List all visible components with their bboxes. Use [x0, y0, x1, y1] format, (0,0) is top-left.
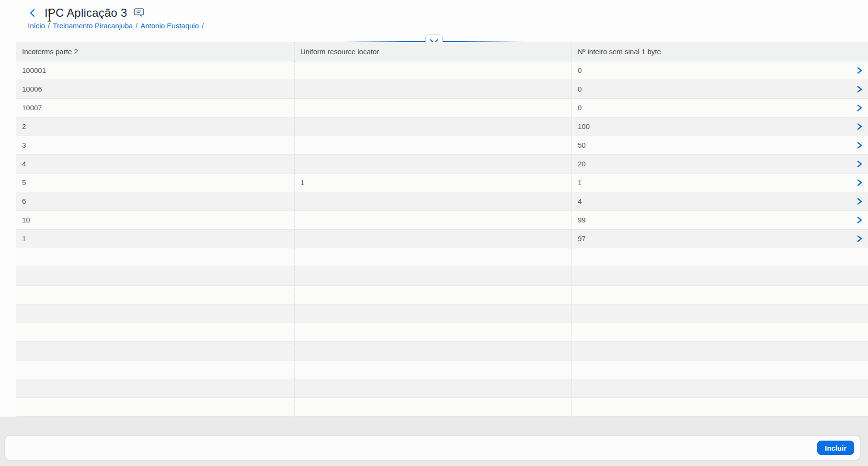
cell-url — [294, 117, 571, 136]
cell-url — [294, 61, 571, 80]
chevron-right-icon — [856, 123, 863, 130]
cell-url — [294, 211, 571, 229]
empty-table-row — [16, 248, 868, 267]
table-row[interactable]: 6 4 — [16, 192, 868, 211]
cell-url — [294, 155, 571, 173]
row-navigate-button[interactable] — [850, 230, 868, 248]
row-navigate-button[interactable] — [850, 155, 868, 173]
text-cursor-icon — [46, 9, 52, 23]
row-navigate-button[interactable] — [850, 136, 868, 154]
column-header-incoterms[interactable]: Incoterms parte 2 — [16, 42, 294, 61]
cell-uint8: 0 — [571, 80, 850, 98]
cell-incoterms: 100001 — [16, 61, 294, 80]
cell-url: 1 — [294, 174, 571, 192]
empty-table-row — [16, 379, 868, 398]
chevron-right-icon — [856, 235, 863, 243]
chevron-right-icon — [856, 141, 863, 149]
table-row[interactable]: 5 1 1 — [16, 174, 868, 192]
table-row[interactable]: 10 99 — [16, 211, 868, 230]
empty-table-row — [16, 361, 868, 379]
cell-url — [294, 136, 571, 154]
cell-incoterms: 2 — [16, 117, 294, 136]
footer-bar: Incluir — [5, 435, 860, 460]
page-title: IPC Aplicação 3 — [45, 6, 127, 20]
cell-incoterms: 10 — [16, 211, 294, 229]
cell-url — [294, 99, 571, 117]
chevron-right-icon — [856, 67, 863, 74]
cell-uint8: 0 — [571, 61, 850, 80]
cell-uint8: 4 — [571, 192, 850, 210]
chevron-right-icon — [856, 104, 863, 112]
cell-url — [294, 80, 571, 98]
column-header-uint8[interactable]: Nº inteiro sem sinal 1 byte — [571, 42, 850, 61]
title-line: IPC Aplicação 3 — [27, 6, 145, 20]
chevron-right-icon — [856, 179, 863, 186]
row-navigate-button[interactable] — [850, 99, 868, 117]
cell-uint8: 100 — [571, 117, 850, 136]
table-row[interactable]: 1 97 — [16, 230, 868, 248]
row-navigate-button[interactable] — [850, 174, 868, 192]
table-row[interactable]: 100001 0 — [16, 61, 868, 80]
cell-incoterms: 10006 — [16, 80, 294, 98]
back-chevron-icon — [28, 8, 37, 18]
row-navigate-button[interactable] — [850, 117, 868, 136]
empty-table-row — [16, 398, 868, 417]
row-navigate-button[interactable] — [850, 192, 868, 210]
row-navigate-button[interactable] — [850, 211, 868, 229]
cell-url — [294, 192, 571, 210]
chevron-right-icon — [856, 198, 863, 205]
breadcrumb-link-antonio[interactable]: Antonio Eustaquio — [140, 22, 199, 30]
empty-table-row — [16, 342, 868, 361]
cell-uint8: 97 — [571, 230, 850, 248]
table-row[interactable]: 10007 0 — [16, 99, 868, 117]
table-row[interactable]: 4 20 — [16, 155, 868, 174]
chevron-right-icon — [856, 160, 863, 168]
table-row[interactable]: 2 100 — [16, 117, 868, 136]
chevron-right-icon — [856, 85, 863, 93]
column-header-url[interactable]: Uniform resource locator — [294, 42, 571, 61]
incluir-button[interactable]: Incluir — [817, 441, 854, 455]
comment-button[interactable] — [133, 8, 145, 18]
cell-incoterms: 5 — [16, 174, 294, 192]
column-header-nav — [850, 42, 868, 61]
breadcrumb-separator: / — [136, 22, 137, 30]
empty-table-row — [16, 323, 868, 342]
table-row[interactable]: 3 50 — [16, 136, 868, 155]
row-navigate-button[interactable] — [850, 61, 868, 80]
breadcrumb-separator: / — [202, 22, 204, 30]
breadcrumb-separator: / — [48, 22, 50, 30]
cell-uint8: 1 — [571, 174, 850, 192]
breadcrumb: Início / Treinamento Piracanjuba / Anton… — [28, 22, 204, 30]
cell-uint8: 20 — [571, 155, 850, 173]
cell-incoterms: 4 — [16, 155, 294, 173]
table-header-row: Incoterms parte 2 Uniform resource locat… — [16, 42, 868, 61]
data-table: Incoterms parte 2 Uniform resource locat… — [16, 42, 868, 417]
chevron-right-icon — [856, 216, 863, 224]
cell-uint8: 99 — [571, 211, 850, 229]
cell-url — [294, 230, 571, 248]
cell-uint8: 50 — [571, 136, 850, 154]
back-button[interactable] — [27, 7, 38, 19]
breadcrumb-link-inicio[interactable]: Início — [28, 22, 45, 30]
table-row[interactable]: 10006 0 — [16, 80, 868, 99]
empty-table-row — [16, 304, 868, 323]
screen: IPC Aplicação 3 Início / Treinamento Pir… — [0, 0, 868, 466]
comment-icon — [134, 8, 145, 18]
breadcrumb-link-treinamento[interactable]: Treinamento Piracanjuba — [53, 22, 133, 30]
empty-table-row — [16, 286, 868, 304]
cell-incoterms: 3 — [16, 136, 294, 154]
cell-incoterms: 6 — [16, 192, 294, 210]
cell-uint8: 0 — [571, 99, 850, 117]
cell-incoterms: 1 — [16, 230, 294, 248]
row-navigate-button[interactable] — [850, 80, 868, 98]
empty-table-row — [16, 267, 868, 286]
cell-incoterms: 10007 — [16, 99, 294, 117]
